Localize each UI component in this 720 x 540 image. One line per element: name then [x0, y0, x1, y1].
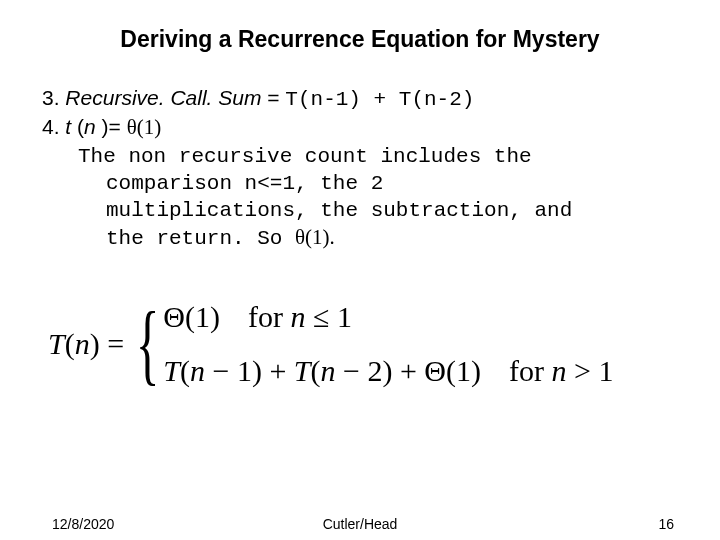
item-4-after: )= — [102, 115, 127, 138]
case-1: Θ(1) for n ≤ 1 — [163, 300, 613, 334]
case-2-m2: − 2) + Θ(1) — [343, 354, 481, 387]
formula-T: T — [48, 327, 65, 360]
formula-n: n — [75, 327, 90, 360]
case-2-expr: T(n − 1) + T(n − 2) + Θ(1) — [163, 354, 481, 388]
item-3: 3. Recursive. Call. Sum = T(n-1) + T(n-2… — [42, 84, 678, 113]
item-3-label: Recursive. Call. Sum — [65, 86, 261, 109]
case-1-for: for — [248, 300, 290, 333]
slide: Deriving a Recurrence Equation for Myste… — [0, 0, 720, 540]
case-1-value: Θ(1) — [163, 300, 220, 334]
explanation-line-1: The non recursive count includes the — [42, 143, 678, 170]
case-2-condition: for n > 1 — [481, 354, 613, 388]
brace-icon: { — [136, 304, 160, 384]
case-2-T1: T — [163, 354, 180, 387]
case-2-T2: T — [294, 354, 311, 387]
item-3-expression: T(n-1) + T(n-2) — [285, 88, 474, 111]
case-2-n1: n — [190, 354, 213, 387]
formula-paren-open: ( — [65, 327, 75, 360]
explanation-line-4: the return. So θ(1). — [42, 224, 678, 252]
footer-author: Cutler/Head — [0, 516, 720, 532]
item-4-paren-open: ( — [77, 115, 84, 138]
formula-lhs: T(n) = — [48, 327, 130, 361]
item-4-t: t — [65, 115, 77, 138]
item-4-n: n — [84, 115, 102, 138]
case-2-n2: n — [321, 354, 344, 387]
formula-paren-close-eq: ) = — [90, 327, 124, 360]
item-3-equals: = — [261, 86, 285, 109]
formula-cases: Θ(1) for n ≤ 1 T(n − 1) + T(n − 2) + Θ(1… — [163, 300, 613, 388]
case-2-m1: − 1) + — [213, 354, 294, 387]
explanation-line-3: multiplications, the subtraction, and — [42, 197, 678, 224]
case-1-rel: ≤ 1 — [313, 300, 352, 333]
case-1-n: n — [290, 300, 313, 333]
explanation-line-2: comparison n<=1, the 2 — [42, 170, 678, 197]
case-2: T(n − 1) + T(n − 2) + Θ(1) for n > 1 — [163, 354, 613, 388]
item-4-number: 4. — [42, 115, 65, 138]
item-4: 4. t (n )= θ(1) — [42, 113, 678, 142]
case-2-rel: > 1 — [574, 354, 613, 387]
case-1-condition: for n ≤ 1 — [220, 300, 352, 334]
recurrence-formula: T(n) = { Θ(1) for n ≤ 1 T(n − 1) + T(n −… — [48, 300, 613, 388]
footer-page-number: 16 — [658, 516, 674, 532]
case-2-n3: n — [551, 354, 574, 387]
explanation-line-4a: the return. So — [106, 227, 295, 250]
case-2-for: for — [509, 354, 551, 387]
case-2-p2: ( — [311, 354, 321, 387]
slide-body: 3. Recursive. Call. Sum = T(n-1) + T(n-2… — [42, 84, 678, 253]
item-4-theta: θ(1) — [127, 117, 162, 140]
case-2-p1: ( — [180, 354, 190, 387]
slide-title: Deriving a Recurrence Equation for Myste… — [0, 26, 720, 53]
item-3-number: 3. — [42, 86, 65, 109]
explanation-line-4b: θ(1). — [295, 225, 335, 249]
